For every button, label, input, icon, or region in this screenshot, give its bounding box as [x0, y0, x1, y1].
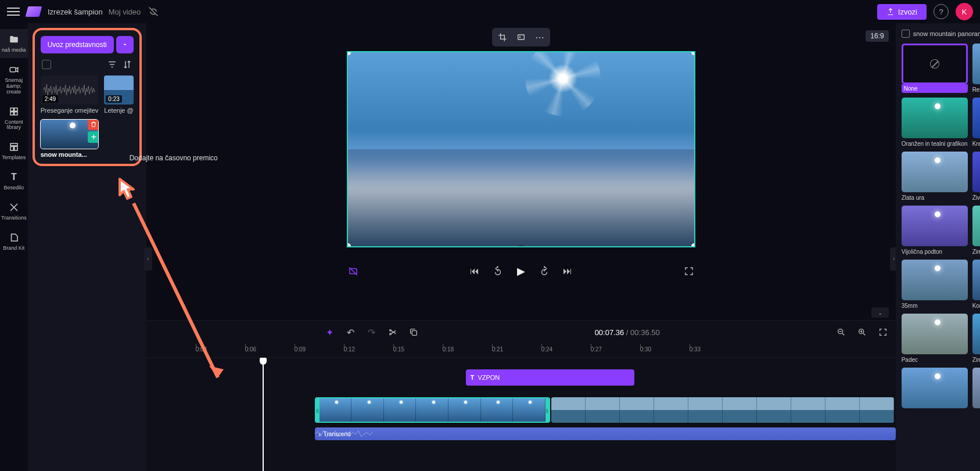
- filter-thumb: [902, 260, 968, 300]
- image-icon: [902, 30, 910, 38]
- audio-track[interactable]: ♪ Transcend: [315, 427, 896, 441]
- collapse-down-button[interactable]: ⌄: [871, 307, 889, 318]
- filter-vivid-skater[interactable]: Živahno drsalec: [972, 152, 980, 201]
- text-track[interactable]: T VZPON: [315, 369, 896, 395]
- nav-text[interactable]: T Besedilo: [0, 167, 28, 196]
- nav-transitions[interactable]: Transitions: [0, 197, 28, 226]
- video-clip-selected[interactable]: || ||: [315, 397, 550, 423]
- media-item-video[interactable]: 0:23 Letenje @: [104, 75, 133, 114]
- filter-item[interactable]: [902, 368, 968, 408]
- play-button[interactable]: ▶: [515, 265, 527, 278]
- filter-winter[interactable]: Zima: [972, 314, 980, 363]
- fit-button[interactable]: [513, 30, 529, 44]
- templates-icon: [8, 141, 20, 153]
- filter-golden-hour[interactable]: Zlata ura: [902, 152, 968, 201]
- resize-handle[interactable]: [691, 51, 695, 55]
- sort-icon[interactable]: [122, 59, 132, 70]
- ruler-tick: 0:09: [295, 346, 306, 353]
- duplicate-button[interactable]: [408, 326, 419, 338]
- clip-handle-right[interactable]: ||: [545, 398, 549, 422]
- timeline-tracks: T VZPON || ||: [146, 358, 896, 471]
- nav-media[interactable]: naš media: [0, 29, 28, 58]
- resize-handle[interactable]: [347, 243, 351, 247]
- filter-purple-undertone[interactable]: Vijolična podton: [902, 206, 968, 255]
- audio-clip[interactable]: ♪ Transcend: [315, 427, 896, 440]
- ruler-tick: 0:21: [492, 346, 503, 353]
- project-name[interactable]: Izrezek šampion: [48, 8, 103, 16]
- timecode: 00:07.36 / 00:36.50: [595, 328, 660, 337]
- nav-brand-kit[interactable]: Brand Kit: [0, 227, 28, 256]
- nav-content-library[interactable]: Content library: [0, 101, 28, 136]
- nav-label: Content library: [1, 120, 27, 131]
- filter-retro[interactable]: Retro: [972, 44, 980, 93]
- nav-label: Templates: [2, 155, 26, 161]
- avatar[interactable]: K: [956, 3, 973, 20]
- filter-winter-sunset[interactable]: Zimski sončni zahod: [972, 206, 980, 255]
- filter-thumb: [902, 152, 968, 192]
- export-button[interactable]: Izvozi: [877, 4, 927, 20]
- import-media-button[interactable]: Uvoz predstavnosti: [41, 36, 114, 53]
- svg-point-13: [389, 333, 391, 335]
- delete-media-button[interactable]: [88, 120, 98, 130]
- trash-icon: [90, 121, 97, 128]
- filter-label: Krepko in modro: [972, 141, 980, 147]
- filter-contrast[interactable]: Kontrast: [972, 260, 980, 309]
- media-thumbnail: +: [41, 120, 99, 149]
- remove-watermark-button[interactable]: [347, 265, 360, 278]
- more-button[interactable]: ⋯: [532, 30, 548, 44]
- dots-icon: ⋯: [535, 32, 544, 43]
- magic-button[interactable]: ✦: [324, 326, 336, 338]
- filter-bold-blue[interactable]: Krepko in modro: [972, 98, 980, 147]
- fullscreen-button[interactable]: [683, 265, 695, 278]
- playhead[interactable]: [263, 358, 264, 471]
- nav-templates[interactable]: Templates: [0, 136, 28, 166]
- media-item-audio[interactable]: 2:49 Preseganje omejitev: [41, 75, 99, 114]
- zoom-in-icon: [857, 328, 867, 337]
- media-item-image[interactable]: + snow mounta...: [41, 120, 99, 158]
- filter-thumb: [972, 152, 980, 192]
- add-to-timeline-button[interactable]: +: [88, 131, 98, 143]
- timeline-ruler[interactable]: 0:03 0:06 0:09 0:12 0:15 0:18 0:21 0:24 …: [146, 344, 896, 358]
- media-label: Preseganje omejitev: [41, 107, 99, 114]
- filter-fall[interactable]: Padec: [902, 314, 968, 363]
- split-button[interactable]: [387, 326, 399, 338]
- preview-canvas[interactable]: ↻: [347, 51, 695, 247]
- import-dropdown-button[interactable]: [116, 36, 134, 53]
- aspect-ratio-button[interactable]: 16:9: [866, 30, 888, 42]
- help-icon[interactable]: ?: [934, 4, 949, 19]
- preview-toolbar: ⋯: [492, 28, 550, 46]
- filter-label: Oranžen in tealni grafikon: [902, 141, 968, 147]
- zoom-fit-button[interactable]: [877, 326, 889, 338]
- nav-record[interactable]: Snemaj &amp; create: [0, 59, 28, 100]
- ruler-tick: 0:03: [196, 346, 207, 353]
- resize-handle[interactable]: [347, 51, 351, 55]
- text-clip[interactable]: T VZPON: [466, 369, 634, 386]
- filter-icon[interactable]: [107, 59, 117, 70]
- skip-end-button[interactable]: ⏭: [561, 265, 574, 278]
- menu-icon[interactable]: [7, 5, 20, 18]
- resize-handle[interactable]: [691, 243, 695, 247]
- zoom-in-button[interactable]: [856, 326, 868, 338]
- rewind-button[interactable]: [491, 265, 504, 278]
- filter-orange-teal[interactable]: Oranžen in tealni grafikon: [902, 98, 968, 147]
- undo-button[interactable]: ↶: [345, 326, 357, 338]
- none-icon: [928, 57, 941, 71]
- nav-label: Transitions: [1, 215, 27, 221]
- video-track[interactable]: || ||: [315, 397, 896, 425]
- svg-point-12: [389, 329, 391, 331]
- zoom-out-button[interactable]: [835, 326, 847, 338]
- fit-icon: [516, 33, 526, 42]
- select-all-checkbox[interactable]: [42, 60, 51, 69]
- video-clip[interactable]: [551, 397, 894, 423]
- filter-item[interactable]: [972, 368, 980, 408]
- filter-none[interactable]: None: [902, 44, 968, 93]
- crop-button[interactable]: [494, 30, 511, 44]
- filters-panel: snow mountain panorama. wint... None Ret…: [896, 23, 980, 471]
- nav-label: Brand Kit: [3, 246, 24, 251]
- skip-start-button[interactable]: ⏮: [468, 265, 481, 278]
- redo-button[interactable]: ↷: [366, 326, 378, 338]
- forward-button[interactable]: [538, 265, 551, 278]
- fit-icon: [878, 328, 888, 337]
- chevron-down-icon: [122, 42, 128, 48]
- filter-35mm[interactable]: 35mm: [902, 260, 968, 309]
